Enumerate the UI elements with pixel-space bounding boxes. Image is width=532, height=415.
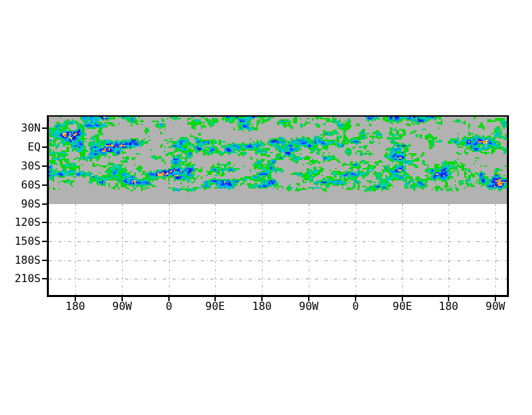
y-axis-tick-label: 60S xyxy=(0,179,41,191)
y-axis-tick xyxy=(42,203,48,205)
x-axis-tick-label: 90E xyxy=(381,300,424,313)
h-gridline xyxy=(49,241,507,242)
v-gridline xyxy=(495,204,496,295)
y-axis-tick xyxy=(42,146,48,148)
y-axis-tick xyxy=(42,127,48,129)
v-gridline xyxy=(402,204,403,295)
chart-area: 18090W090E18090W090E18090W30NEQ30S60S90S… xyxy=(0,0,532,415)
y-axis-tick-label: 210S xyxy=(0,273,41,285)
v-gridline xyxy=(449,204,449,295)
y-axis-tick xyxy=(42,184,48,186)
y-axis-tick xyxy=(42,222,48,223)
v-gridline xyxy=(75,204,76,295)
heatmap-canvas xyxy=(49,117,508,197)
v-gridline xyxy=(169,204,170,295)
x-axis-tick-label: 180 xyxy=(427,300,470,313)
v-gridline xyxy=(356,204,356,295)
v-gridline xyxy=(215,204,216,295)
x-axis-tick-label: 90E xyxy=(193,300,237,313)
y-axis-tick xyxy=(42,165,48,167)
y-axis-tick xyxy=(42,241,48,242)
y-axis-tick-label: 30N xyxy=(0,122,41,134)
x-axis-tick-label: 0 xyxy=(334,300,377,313)
y-axis-tick-label: 30S xyxy=(0,160,41,172)
x-axis-tick-label: 90W xyxy=(287,300,330,313)
h-gridline xyxy=(49,260,507,261)
x-axis-tick-label: 90W xyxy=(474,300,517,313)
y-axis-tick xyxy=(42,260,48,261)
x-axis-tick-label: 90W xyxy=(100,300,144,313)
y-axis-tick-label: 180S xyxy=(0,254,41,266)
y-axis-tick-label: 120S xyxy=(0,216,41,229)
h-gridline xyxy=(49,279,507,279)
y-axis-tick-label: 90S xyxy=(0,198,41,210)
v-gridline xyxy=(122,204,123,295)
x-axis-tick-label: 0 xyxy=(147,300,191,313)
v-gridline xyxy=(262,204,263,295)
y-axis-tick-label: EQ xyxy=(0,141,41,153)
y-axis-tick xyxy=(42,278,48,279)
h-gridline xyxy=(49,222,507,223)
v-gridline xyxy=(309,204,309,295)
y-axis-tick-label: 150S xyxy=(0,235,41,248)
x-axis-tick-label: 180 xyxy=(240,300,284,313)
x-axis-tick-label: 180 xyxy=(54,300,97,313)
